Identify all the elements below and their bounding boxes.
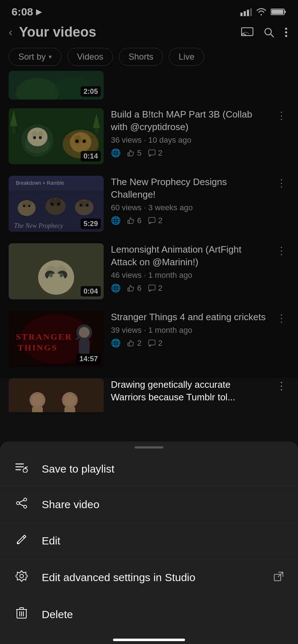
video-meta: 60 views · 3 weeks ago [111, 203, 266, 212]
svg-point-47 [75, 199, 94, 215]
svg-rect-1 [244, 11, 246, 16]
more-icon[interactable] [284, 27, 288, 38]
duration-badge: 0:14 [81, 151, 101, 161]
cast-icon[interactable] [241, 27, 253, 37]
video-title: Lemonsight Animation (ArtFight Attack on… [111, 243, 266, 268]
globe-icon: 🌐 [111, 284, 121, 293]
svg-point-13 [285, 35, 287, 37]
svg-point-23 [33, 136, 36, 139]
thumbnail: Breakdown + Ramble The New Prophecy 5:29 [9, 176, 104, 232]
delete-item[interactable]: Delete [0, 596, 298, 633]
globe-icon: 🌐 [111, 148, 121, 158]
like-count: 2 [127, 339, 141, 348]
svg-point-51 [86, 204, 89, 207]
video-more-button[interactable]: ⋮ [274, 176, 289, 190]
svg-rect-35 [149, 150, 155, 155]
svg-point-11 [285, 28, 287, 30]
thumb-up-icon [127, 284, 135, 292]
comment-icon [148, 339, 156, 347]
thumb-up-icon [127, 339, 135, 347]
svg-point-45 [51, 203, 54, 206]
home-indicator [0, 633, 298, 644]
video-stats: 🌐 6 2 [111, 216, 266, 225]
videos-filter-label: Videos [77, 52, 103, 62]
svg-point-41 [28, 205, 30, 207]
svg-text:Breakdown + Ramble: Breakdown + Ramble [16, 180, 64, 186]
status-icons [240, 8, 286, 16]
duration-badge: 2:05 [81, 86, 101, 97]
sort-by-label: Sort by [18, 52, 46, 62]
video-more-button[interactable]: ⋮ [274, 311, 289, 326]
svg-rect-7 [241, 28, 253, 36]
svg-text:THINGS: THINGS [18, 343, 58, 352]
shorts-filter[interactable]: Shorts [119, 48, 163, 66]
playlist-icon [14, 462, 29, 475]
svg-line-102 [23, 537, 24, 538]
svg-rect-2 [247, 10, 249, 16]
back-button[interactable]: ‹ [9, 26, 13, 39]
svg-point-24 [39, 136, 42, 139]
status-time: 6:08 [12, 6, 33, 18]
delete-icon [14, 607, 29, 622]
svg-line-10 [271, 34, 274, 37]
svg-point-40 [23, 205, 25, 207]
svg-point-46 [57, 203, 60, 206]
live-filter[interactable]: Live [169, 48, 204, 66]
list-item[interactable]: STRANGER THINGS 14:57 Stranger Things 4 … [0, 305, 298, 373]
search-icon[interactable] [263, 27, 274, 38]
video-more-button[interactable]: ⋮ [274, 243, 289, 258]
svg-point-104 [20, 574, 23, 578]
comment-icon [148, 149, 156, 157]
svg-rect-6 [271, 10, 283, 14]
video-title: Stranger Things 4 and eating crickets [111, 311, 266, 323]
svg-point-97 [24, 498, 27, 501]
comment-count: 2 [148, 284, 162, 293]
sort-by-filter[interactable]: Sort by ▾ [9, 48, 62, 66]
svg-point-99 [24, 505, 27, 508]
video-title: Drawing genetically accurate Warriors be… [111, 378, 266, 404]
svg-rect-3 [250, 8, 252, 16]
save-to-playlist-item[interactable]: Save to playlist [0, 451, 298, 487]
location-icon: ▶ [36, 7, 42, 17]
svg-rect-55 [128, 220, 129, 224]
sheet-handle [0, 441, 298, 451]
filter-bar: Sort by ▾ Videos Shorts Live [0, 44, 298, 71]
svg-point-12 [285, 31, 287, 33]
svg-rect-72 [149, 285, 155, 290]
list-item[interactable]: 0:04 Lemonsight Animation (ArtFight Atta… [0, 238, 298, 305]
bottom-sheet: Save to playlist Share video Edit [0, 441, 298, 644]
svg-rect-81 [128, 343, 129, 346]
thumb-art [9, 378, 104, 412]
external-link-icon [274, 571, 284, 584]
header: ‹ Your videos [0, 20, 298, 44]
svg-point-29 [82, 139, 86, 143]
status-bar: 6:08 ▶ [0, 0, 298, 20]
list-item[interactable]: Breakdown + Ramble The New Prophecy 5:29… [0, 170, 298, 238]
list-item[interactable]: 0:14 Build a B!tch MAP Part 3B (Collab w… [0, 102, 298, 170]
page-title: Your videos [19, 24, 96, 40]
video-list: 2:05 [0, 71, 298, 412]
videos-filter[interactable]: Videos [67, 48, 113, 66]
video-title: Build a B!tch MAP Part 3B (Collab with @… [111, 108, 266, 133]
save-to-playlist-label: Save to playlist [42, 463, 284, 475]
svg-rect-56 [149, 217, 155, 222]
edit-studio-item[interactable]: Edit advanced settings in Studio [0, 559, 298, 596]
video-info: The New Prophecy Designs Challenge! 60 v… [111, 176, 266, 225]
share-video-item[interactable]: Share video [0, 487, 298, 523]
globe-icon: 🌐 [111, 216, 121, 225]
svg-point-50 [80, 204, 82, 207]
share-video-label: Share video [42, 498, 284, 511]
svg-rect-0 [240, 13, 243, 16]
like-count: 6 [127, 284, 141, 293]
video-more-button[interactable]: ⋮ [274, 108, 289, 123]
edit-item[interactable]: Edit [0, 523, 298, 559]
thumbnail: STRANGER THINGS 14:57 [9, 311, 104, 367]
video-more-button[interactable]: ⋮ [274, 378, 289, 393]
video-stats: 🌐 2 2 [111, 339, 266, 348]
live-filter-label: Live [179, 52, 194, 62]
svg-rect-79 [79, 339, 90, 355]
svg-line-100 [19, 500, 24, 502]
chevron-down-icon: ▾ [49, 53, 52, 61]
comment-count: 2 [148, 148, 162, 158]
list-item[interactable]: Drawing genetically accurate Warriors be… [0, 373, 298, 412]
